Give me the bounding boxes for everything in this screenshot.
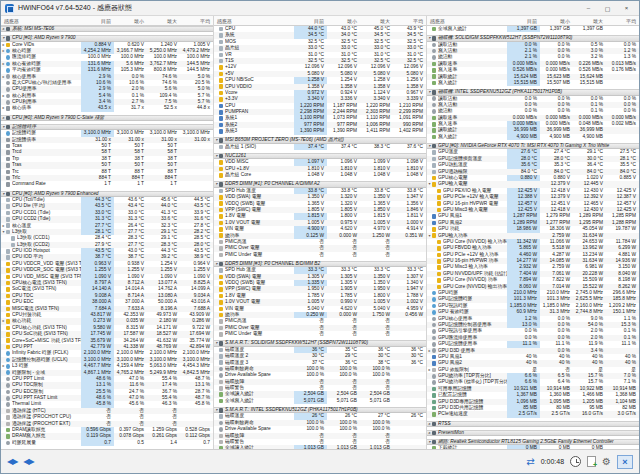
value-avg: 11.1 % [606, 341, 639, 347]
header-current[interactable]: 目前 [81, 18, 114, 24]
minimize-button[interactable]: – [580, 3, 597, 14]
header-min[interactable]: 最小 [540, 18, 573, 24]
value-max: 38.3 °C [360, 144, 393, 150]
settings-gear-icon[interactable]: ⚙ [602, 457, 611, 467]
value-min: 1 T [114, 181, 147, 187]
sensor-label: 晶片組 1 (SIO) [225, 144, 294, 150]
section-header[interactable]: ▸PresentMon [427, 430, 639, 436]
value-avg: 0.7 [180, 440, 213, 446]
value-min: 31.7 x [114, 105, 147, 111]
close-sensors-button[interactable]: × [617, 455, 633, 469]
value-current: 否 [294, 252, 327, 258]
logging-start-icon[interactable]: + [587, 456, 596, 467]
usage-icon [6, 402, 10, 407]
close-button[interactable]: × [618, 3, 635, 14]
sensor-row[interactable]: 系統31,390 RPM1,390 RPM1,411 RPM1,402 RPM [214, 128, 426, 134]
sensor-row[interactable]: PCIe連結速度2.5 GT/s2.5 GT/s16.0 GT/s3.0 GT/… [427, 411, 639, 417]
sensor-row[interactable]: 晶片組 Core1.048 V1.048 V1.048 V1.048 V [214, 172, 426, 178]
header-sensor[interactable]: 感應器 [427, 18, 507, 24]
header-max[interactable]: 最大 [360, 18, 393, 24]
sensor-row[interactable]: 晶片組 1 (SIO)37.4 °C37.4 °C38.3 °C37.6 °C [214, 144, 426, 150]
value-min: 4,900 MB [540, 134, 573, 140]
clock-icon[interactable] [570, 456, 581, 467]
section-label: PresentMon [438, 430, 639, 436]
header-avg[interactable]: 平均 [606, 18, 639, 24]
voltage-icon [6, 338, 10, 343]
voltage-icon [6, 307, 10, 312]
voltage-icon [437, 259, 441, 264]
voltage-icon [432, 182, 436, 187]
sensor-label: 系統3 [225, 128, 294, 134]
yes-no-icon [219, 253, 223, 258]
section-header[interactable]: ▸RTSS [427, 421, 639, 427]
voltage-icon [6, 268, 10, 273]
voltage-icon [219, 313, 223, 318]
device-icon [432, 422, 436, 427]
voltage-icon [219, 195, 223, 200]
header-max[interactable]: 最大 [147, 18, 180, 24]
usage-icon [432, 103, 436, 108]
fan-icon [219, 129, 223, 134]
window-title: HWiNFO64 v7.64-5240 - 感應器狀態 [18, 3, 132, 13]
value-current: 37.4 °C [294, 144, 327, 150]
header-current[interactable]: 目前 [507, 18, 540, 24]
voltage-icon [219, 307, 223, 312]
header-sensor[interactable]: 感應器 [1, 18, 81, 24]
column-header: 感應器 目前 最小 最大 平均 [214, 16, 426, 26]
temperature-icon [219, 53, 223, 58]
column-header: 感應器 目前 最小 最大 平均 [1, 16, 213, 26]
header-max[interactable]: 最大 [573, 18, 606, 24]
value-max: 否 [360, 331, 393, 337]
usage-icon [219, 427, 223, 432]
header-min[interactable]: 最小 [327, 18, 360, 24]
usage-icon [6, 87, 10, 92]
fan-icon [432, 355, 436, 360]
value-max: 1.4 [147, 440, 180, 446]
device-icon [432, 431, 436, 436]
temperature-icon [11, 243, 15, 248]
header-avg[interactable]: 平均 [180, 18, 213, 24]
voltage-icon [219, 201, 223, 206]
sync-arrows-icon[interactable]: ⇄ [526, 456, 534, 467]
usage-icon [6, 377, 10, 382]
value-current: 1 T [81, 181, 114, 187]
hwinfo-app-icon [5, 4, 14, 13]
header-avg[interactable]: 平均 [393, 18, 426, 24]
data-rate-icon [432, 135, 436, 140]
status-bar: ◀▶ ◀▶ ⇄ 0:00:48 + ⚙ × [1, 449, 639, 473]
move-value-left-button[interactable]: ◀▶ [7, 457, 17, 466]
header-current[interactable]: 目前 [294, 18, 327, 24]
temperature-icon [219, 27, 223, 32]
usage-icon [219, 367, 223, 372]
section-header[interactable]: ▸CPU [#0]: AMD Ryzen 9 7900 C-State 殘留 [1, 115, 213, 121]
clock-icon [6, 68, 10, 73]
yes-no-icon [219, 319, 223, 324]
data-rate-icon [432, 412, 436, 417]
value-max: 1.048 V [360, 172, 393, 178]
sensor-row[interactable]: ▸核心倍率43.5 x31.7 x52.5 x44.8 x [1, 105, 213, 111]
value-current: 1.048 V [294, 172, 327, 178]
sensor-rows: 全域寫入總計1,397 GB1,397 GB1,397 GB▾磁碟機: SOLI… [427, 26, 639, 449]
fan-icon [219, 104, 223, 109]
clock-icon [6, 62, 10, 67]
maximize-button[interactable]: ▢ [599, 3, 616, 14]
sensor-row[interactable]: 時脈延展量0.70.51.40.7 [1, 440, 213, 446]
data-rate-icon [219, 399, 223, 404]
temperature-icon [432, 150, 436, 155]
move-value-right-button[interactable]: ◀▶ [23, 457, 33, 466]
voltage-icon [437, 285, 441, 290]
voltage-icon [219, 91, 223, 96]
voltage-icon [219, 281, 223, 286]
data-rate-icon [432, 62, 436, 67]
voltage-icon [219, 173, 223, 178]
sensor-label: 全域寫入總計 [225, 398, 294, 404]
usage-icon [6, 396, 10, 401]
section-header[interactable]: ▸系統: MSI MS-7E06 [1, 26, 213, 32]
usage-icon [432, 380, 436, 385]
value-current: 11.1 % [507, 341, 540, 347]
fan-icon [432, 361, 436, 366]
header-sensor[interactable]: 感應器 [214, 18, 294, 24]
clock-icon [432, 291, 436, 296]
header-min[interactable]: 最小 [114, 18, 147, 24]
voltage-icon [219, 300, 223, 305]
